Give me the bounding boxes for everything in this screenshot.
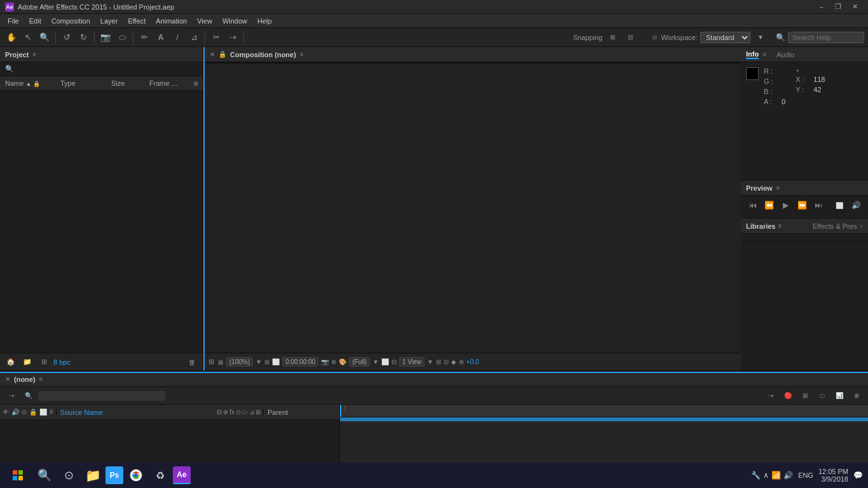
tl-expand-icon[interactable]: ⊕ xyxy=(223,409,228,416)
libraries-menu-icon[interactable]: ≡ xyxy=(778,222,782,229)
menu-window[interactable]: Window xyxy=(217,16,252,26)
col-type-header[interactable]: Type xyxy=(55,79,106,87)
preview-first-btn[interactable]: ⏮ xyxy=(746,198,760,212)
info-menu-icon[interactable]: ≡ xyxy=(763,51,766,58)
comp-viewer[interactable] xyxy=(205,64,741,353)
tl-adjust-icon[interactable]: ⊿ xyxy=(249,409,254,416)
tl-render-btn[interactable]: 🔴 xyxy=(780,388,796,403)
project-new-folder-btn[interactable]: 🏠 xyxy=(4,355,18,369)
timeline-search-input[interactable] xyxy=(38,391,165,401)
col-frame-header[interactable]: Frame ... xyxy=(144,79,189,87)
taskbar-explorer[interactable]: 📁 xyxy=(81,463,104,487)
taskbar-network2-icon[interactable]: 📶 xyxy=(771,471,781,480)
menu-help[interactable]: Help xyxy=(252,16,277,26)
tl-preview-btn[interactable]: ⊞ xyxy=(797,388,813,403)
project-delete-btn[interactable]: 🗑 xyxy=(185,355,199,369)
taskbar-chrome[interactable] xyxy=(125,463,147,487)
comp-alpha-icon[interactable]: ⊟ xyxy=(391,358,397,365)
snapping-option[interactable]: ⊟ xyxy=(623,30,638,45)
comp-view-icon[interactable]: 🖥 xyxy=(217,358,224,366)
project-search-input[interactable] xyxy=(17,65,144,73)
workspace-selector[interactable]: Standard Minimal All Panels xyxy=(700,32,750,43)
start-button[interactable] xyxy=(5,463,31,488)
comp-grid-icon[interactable]: ⊞ xyxy=(208,358,214,366)
tl-solo-btn[interactable]: ⇢ xyxy=(763,388,778,403)
comp-camera-icon[interactable]: 📷 xyxy=(321,358,329,365)
info-tab[interactable]: Info xyxy=(746,50,759,59)
tool-text[interactable]: A xyxy=(153,30,168,45)
taskbar-photoshop[interactable]: Ps xyxy=(105,466,123,484)
taskbar-unknown[interactable]: ♻ xyxy=(149,463,172,487)
preview-menu-icon[interactable]: ≡ xyxy=(776,184,780,191)
project-composition-btn[interactable]: ⊞ xyxy=(37,355,51,369)
taskbar-network-icon[interactable]: 🔧 xyxy=(751,471,761,480)
taskbar-volume-icon[interactable]: 🔊 xyxy=(783,471,793,480)
tl-time-btn[interactable]: ⊕ xyxy=(849,388,864,403)
minimize-button[interactable]: − xyxy=(813,0,830,14)
tl-motion-btn[interactable]: ⬭ xyxy=(815,388,830,403)
comp-region-icon[interactable]: ⬜ xyxy=(381,358,389,365)
comp-quality[interactable]: (Full) xyxy=(349,357,370,367)
col-name-header[interactable]: Name ▲ 🔒 xyxy=(0,79,55,87)
tool-pen[interactable]: ✏ xyxy=(137,30,152,45)
menu-layer[interactable]: Layer xyxy=(95,16,123,26)
snapping-toggle[interactable]: ⊞ xyxy=(605,30,620,45)
comp-quality-arrow[interactable]: ▼ xyxy=(372,358,379,365)
comp-snap-icon[interactable]: ⊞ xyxy=(264,358,269,365)
comp-color-icon[interactable]: 🎨 xyxy=(339,358,346,365)
col-options-btn[interactable]: ⊕ xyxy=(189,80,203,87)
tl-tool-2[interactable]: 🔍 xyxy=(21,388,36,403)
comp-panel-menu-icon[interactable]: ≡ xyxy=(300,51,304,58)
tool-roto[interactable]: ⇢ xyxy=(225,30,240,45)
tl-collapse-icon[interactable]: ⊟ xyxy=(217,409,222,416)
menu-composition[interactable]: Composition xyxy=(46,16,95,26)
tool-mask[interactable]: ⊿ xyxy=(186,30,201,45)
tool-puppet[interactable]: ✂ xyxy=(208,30,224,45)
bpc-label[interactable]: 8 bpc xyxy=(53,358,71,366)
comp-resolution-icon[interactable]: ⬜ xyxy=(272,358,280,365)
taskbar-search[interactable]: 🔍 xyxy=(33,463,56,487)
preview-play-btn[interactable]: ▶ xyxy=(778,198,792,212)
comp-marker-icon[interactable]: ◆ xyxy=(451,358,456,365)
tl-motion-blur-icon[interactable]: ⊙ xyxy=(236,409,241,416)
comp-close-btn[interactable]: ✕ xyxy=(210,51,215,58)
comp-safe-icon[interactable]: ⊕ xyxy=(459,358,464,365)
comp-layout2-icon[interactable]: ⊟ xyxy=(444,358,449,365)
tool-hand[interactable]: ✋ xyxy=(4,30,19,45)
work-area-bar[interactable] xyxy=(340,417,868,421)
preview-prev-btn[interactable]: ⏪ xyxy=(763,198,776,212)
tool-shape[interactable]: ⬭ xyxy=(114,30,130,45)
comp-zoom-value[interactable]: (100%) xyxy=(226,357,253,367)
tool-redo[interactable]: ↻ xyxy=(76,30,91,45)
taskbar-notification-icon[interactable]: 💬 xyxy=(853,471,863,480)
comp-timecode[interactable]: 0:00:00:00 xyxy=(282,357,318,367)
comp-views-arrow[interactable]: ▼ xyxy=(427,358,433,365)
libraries-section[interactable]: Effects & Pres xyxy=(813,222,857,230)
taskbar-cortana[interactable]: ⊙ xyxy=(57,463,80,487)
project-import-btn[interactable]: 📁 xyxy=(20,355,34,369)
preview-loop-btn[interactable]: ⬜ xyxy=(833,198,847,212)
tl-fx-icon[interactable]: fx xyxy=(229,409,234,416)
comp-views[interactable]: 1 View xyxy=(399,357,424,367)
preview-audio-btn[interactable]: 🔊 xyxy=(849,198,863,212)
restore-button[interactable]: ❐ xyxy=(830,0,846,14)
tl-tool-1[interactable]: ⇢ xyxy=(4,388,19,403)
project-panel-menu-icon[interactable]: ≡ xyxy=(32,51,36,58)
preview-next-btn[interactable]: ⏩ xyxy=(795,198,809,212)
comp-layout-icon[interactable]: ⊞ xyxy=(436,358,441,365)
workspace-menu[interactable]: ▼ xyxy=(753,30,768,45)
menu-view[interactable]: View xyxy=(192,16,217,26)
tool-zoom[interactable]: 🔍 xyxy=(37,30,52,45)
tool-camera[interactable]: 📷 xyxy=(98,30,113,45)
audio-tab[interactable]: Audio xyxy=(776,51,794,58)
taskbar-chevron-icon[interactable]: ∧ xyxy=(763,471,769,480)
tool-line[interactable]: / xyxy=(170,30,185,45)
tool-select[interactable]: ↖ xyxy=(20,30,36,45)
menu-animation[interactable]: Animation xyxy=(151,16,192,26)
libraries-expand-icon[interactable]: » xyxy=(859,222,863,229)
preview-last-btn[interactable]: ⏭ xyxy=(811,198,825,212)
search-input[interactable] xyxy=(788,32,864,43)
menu-edit[interactable]: Edit xyxy=(24,16,46,26)
tl-graph-btn[interactable]: 📊 xyxy=(832,388,847,403)
comp-3d-icon[interactable]: ⊕ xyxy=(331,358,336,365)
